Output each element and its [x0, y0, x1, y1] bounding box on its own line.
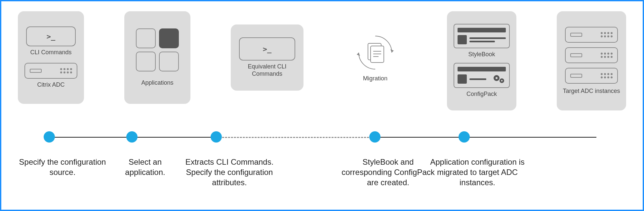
svg-point-8	[496, 77, 498, 79]
timeline-step-4-dot	[369, 131, 381, 143]
stylebook-label: StyleBook	[468, 51, 495, 58]
applications-icon	[136, 28, 179, 71]
cli-prompt-icon: >_	[239, 37, 295, 61]
migration-label: Migration	[363, 75, 387, 82]
migration-icon	[355, 33, 395, 72]
caption-step-2: Select an application.	[112, 157, 178, 177]
cli-prompt-icon: >_	[26, 26, 76, 46]
server-icon	[24, 63, 77, 79]
timeline-step-1-dot	[44, 131, 55, 143]
caption-step-5: Application configuration is migrated to…	[424, 157, 530, 188]
card-equivalent-cli: >_ Equivalent CLI Commands	[231, 24, 303, 91]
configpack-label: ConfigPack	[466, 91, 497, 98]
configpack-icon	[454, 63, 510, 88]
svg-marker-1	[357, 53, 360, 56]
cards-row: >_ CLI Commands Citrix ADC Applications …	[18, 11, 626, 114]
card-config-source: >_ CLI Commands Citrix ADC	[18, 11, 84, 104]
card-target-adc: Target ADC instances	[557, 11, 626, 110]
citrix-adc-label: Citrix ADC	[37, 81, 64, 89]
server-icon	[565, 68, 618, 84]
svg-point-10	[501, 80, 503, 82]
migration-workflow-diagram: >_ CLI Commands Citrix ADC Applications …	[0, 0, 644, 211]
equivalent-cli-label: Equivalent CLI Commands	[236, 63, 298, 77]
timeline-step-5-dot	[459, 131, 470, 143]
card-applications: Applications	[124, 11, 190, 104]
captions-row: Specify the configuration source. Select…	[18, 157, 626, 196]
cli-commands-label: CLI Commands	[30, 49, 71, 56]
timeline	[18, 130, 626, 144]
timeline-step-3-dot	[211, 131, 222, 143]
caption-step-3: Extracts CLI Commands. Specify the confi…	[180, 157, 279, 188]
applications-label: Applications	[141, 79, 173, 87]
caption-step-4: StyleBook and corresponding ConfigPack a…	[339, 157, 438, 188]
server-icon	[565, 47, 618, 63]
card-stylebook-configpack: StyleBook Co	[447, 11, 516, 110]
timeline-step-2-dot	[126, 131, 138, 143]
target-adc-label: Target ADC instances	[563, 88, 620, 95]
gear-icon	[489, 74, 506, 84]
svg-marker-0	[390, 49, 394, 53]
card-migration: Migration	[344, 24, 407, 91]
server-icon	[565, 27, 618, 43]
stylebook-icon	[454, 24, 510, 48]
caption-step-1: Specify the configuration source.	[13, 157, 112, 177]
